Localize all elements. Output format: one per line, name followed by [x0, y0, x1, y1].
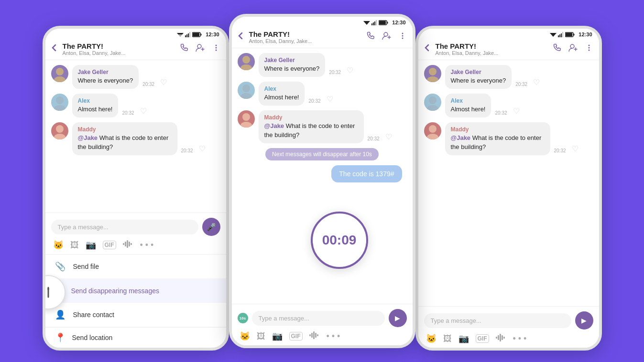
svg-point-38 [242, 56, 250, 64]
svg-rect-20 [125, 242, 126, 246]
msg-text-maddy-3: @Jake What is the code to enter the buil… [451, 134, 545, 151]
more-icon-2[interactable] [398, 32, 407, 43]
svg-rect-47 [315, 333, 317, 338]
avatar-jake-2 [238, 53, 255, 70]
audio-icon-1[interactable] [123, 240, 133, 250]
msg-bubble-jake-1: Jake Geller Where is everyone? [72, 65, 139, 89]
gif-icon-1[interactable]: GIF [103, 241, 116, 249]
mic-button-1[interactable]: 🎤 [202, 218, 220, 236]
message-input-2[interactable]: Type a message... [252, 311, 385, 326]
message-input-1[interactable]: Type a message... [51, 220, 198, 234]
more-icon-3[interactable] [585, 43, 593, 54]
camera-icon-2[interactable]: 📷 [272, 331, 283, 341]
svg-rect-50 [558, 35, 559, 37]
chat-header-3: The PARTY! Anton, Elsa, Danny, Jake... [418, 38, 599, 60]
msg-bubble-maddy-3: Maddy @Jake What is the code to enter th… [445, 122, 550, 155]
msg-heart-jake-1[interactable]: ♡ [160, 78, 167, 87]
photo-icon-2[interactable]: 🖼 [257, 331, 265, 341]
battery-icon [192, 32, 202, 37]
status-icons-3 [550, 32, 575, 37]
header-actions-1 [180, 43, 220, 54]
svg-rect-55 [574, 33, 575, 35]
call-icon-3[interactable] [553, 43, 562, 54]
msg-time-maddy-1: 20:32 [181, 148, 193, 153]
gif-icon-2[interactable]: GIF [289, 332, 303, 341]
sticker-icon-1[interactable]: 🐱 [53, 240, 64, 250]
send-location-item[interactable]: 📍 Send location [45, 327, 226, 348]
add-person-icon-2[interactable] [382, 32, 392, 43]
back-button-2[interactable] [236, 31, 245, 43]
status-icons-1 [177, 32, 202, 37]
gif-icon-3[interactable]: GIF [476, 334, 489, 343]
svg-point-36 [402, 35, 403, 37]
context-disappearing-1[interactable]: ⏱ Send disappearing messages [45, 279, 226, 303]
svg-point-39 [240, 64, 252, 70]
msg-text-jake-2: Where is everyone? [264, 64, 320, 73]
more-dots-icon-2[interactable]: • • • [327, 331, 340, 341]
msg-heart-maddy-1[interactable]: ♡ [199, 144, 206, 153]
msg-heart-alex-3[interactable]: ♡ [513, 106, 520, 116]
msg-bubble-maddy-2: Maddy @Jake What is the code to enter th… [259, 110, 364, 143]
context-share-contact-1[interactable]: 👤 Share contact [45, 303, 226, 327]
camera-icon-3[interactable]: 📷 [458, 333, 469, 344]
header-actions-3 [553, 43, 593, 54]
more-icon-1[interactable] [212, 43, 220, 54]
more-dots-icon-1[interactable]: • • • [140, 240, 154, 250]
call-icon-2[interactable] [367, 32, 375, 43]
photo-icon-3[interactable]: 🖼 [443, 334, 452, 344]
msg-time-jake-1: 20:32 [142, 82, 154, 87]
play-button-3[interactable]: ▶ [575, 311, 593, 330]
msg-sender-maddy-2: Maddy [264, 114, 358, 121]
msg-heart-jake-3[interactable]: ♡ [533, 78, 540, 87]
msg-row-alex-2: Alex Almost here! 20:32 ♡ [238, 82, 407, 106]
input-area-3: Type a message... ▶ 🐱 🖼 📷 GIF • • • [418, 306, 599, 348]
svg-rect-29 [374, 21, 375, 25]
chat-area-3: Jake Geller Where is everyone? 20:32 ♡ A… [418, 60, 599, 306]
msg-sender-jake-1: Jake Geller [78, 69, 133, 75]
msg-heart-maddy-3[interactable]: ♡ [572, 144, 579, 153]
svg-point-15 [56, 96, 64, 104]
disappear-notice-2: Next messages will disappear after 10s [265, 148, 379, 160]
back-button-1[interactable] [49, 43, 59, 55]
msg-sender-maddy-1: Maddy [78, 126, 172, 133]
header-actions-2 [367, 32, 407, 43]
audio-icon-2[interactable] [309, 331, 320, 341]
wifi-icon-2 [363, 20, 370, 25]
avatar-jake-3 [424, 65, 441, 82]
header-info-3: The PARTY! Anton, Elsa, Danny, Jake... [436, 42, 549, 56]
svg-rect-46 [313, 331, 315, 339]
svg-point-61 [429, 68, 437, 75]
svg-marker-1 [178, 34, 183, 37]
msg-bubble-alex-1: Alex Almost here! [72, 94, 119, 117]
message-input-3[interactable]: Type a message... [424, 313, 571, 328]
svg-point-10 [215, 45, 217, 46]
msg-time-maddy-2: 20:32 [368, 136, 380, 141]
msg-heart-alex-1[interactable]: ♡ [140, 106, 147, 116]
play-button-2[interactable]: ▶ [389, 309, 407, 327]
msg-heart-jake-2[interactable]: ♡ [347, 66, 353, 75]
call-icon-1[interactable] [180, 43, 189, 54]
share-contact-label: Share contact [73, 311, 114, 319]
svg-rect-70 [502, 335, 503, 340]
signal-icon-2 [371, 20, 377, 25]
phone-1-screen: 12:30 The PARTY! Anton, Elsa, Danny, Jak… [45, 29, 226, 327]
camera-icon-1[interactable]: 📷 [86, 240, 96, 250]
phone-2-screen: 12:30 The PARTY! Anton, Elsa, Danny, Jak… [232, 17, 413, 345]
sticker-icon-2[interactable]: 🐱 [240, 331, 250, 341]
avatar-maddy-3 [424, 122, 441, 139]
photo-icon-1[interactable]: 🖼 [70, 240, 79, 250]
header-subtitle-2: Anton, Elsa, Danny, Jake... [249, 38, 363, 44]
back-button-3[interactable] [422, 43, 432, 55]
audio-icon-3[interactable] [496, 334, 506, 344]
msg-row-alex-1: Alex Almost here! 20:32 ♡ [51, 94, 220, 117]
msg-heart-maddy-2[interactable]: ♡ [385, 132, 392, 141]
add-person-icon-3[interactable] [568, 43, 578, 54]
add-person-icon-1[interactable] [196, 43, 205, 54]
context-send-file-1[interactable]: 📎 Send file [45, 255, 226, 279]
msg-heart-alex-2[interactable]: ♡ [327, 95, 333, 104]
msg-text-alex-2: Almost here! [264, 93, 299, 102]
header-title-3: The PARTY! [436, 42, 549, 50]
sticker-icon-3[interactable]: 🐱 [426, 333, 437, 344]
context-menu-1: 📎 Send file ⏱ Send disappearing messages… [45, 254, 226, 327]
more-dots-icon-3[interactable]: • • • [513, 334, 527, 344]
